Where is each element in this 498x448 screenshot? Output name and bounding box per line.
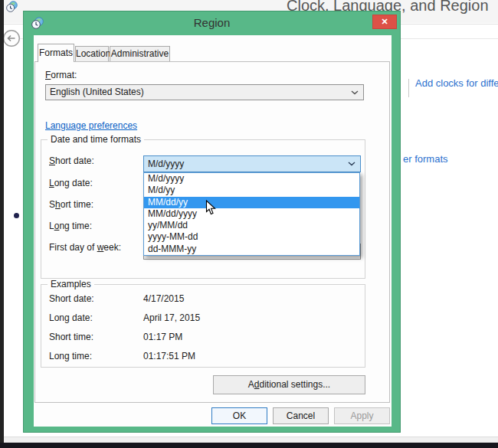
datetime-formats-group: Date and time formats Short date: Long d… xyxy=(41,139,365,279)
background-link-divider xyxy=(408,79,409,97)
example-row: Long time: 01:17:51 PM xyxy=(41,351,365,370)
dropdown-option[interactable]: MM/dd/yy xyxy=(144,197,359,208)
tab-administrative[interactable]: Administrative xyxy=(110,46,170,61)
short-date-label: Short date: xyxy=(49,155,94,166)
example-value: 01:17 PM xyxy=(143,332,182,342)
ok-button[interactable]: OK xyxy=(211,407,267,424)
examples-rows: Short date: 4/17/2015 Long date: April 1… xyxy=(41,285,365,370)
dropdown-option[interactable]: yy/MM/dd xyxy=(144,220,359,231)
tab-location[interactable]: Location xyxy=(75,46,109,61)
chevron-down-icon xyxy=(348,162,355,166)
dropdown-option[interactable]: M/d/yy xyxy=(144,185,359,196)
example-row: Long date: April 17, 2015 xyxy=(41,312,365,332)
close-icon: ✕ xyxy=(381,17,388,26)
format-value: English (United States) xyxy=(50,87,144,97)
example-label: Long time: xyxy=(49,351,92,361)
language-preferences-link[interactable]: Language preferences xyxy=(45,120,137,131)
mouse-cursor-icon xyxy=(205,200,216,215)
example-value: 4/17/2015 xyxy=(143,293,184,304)
number-formats-link[interactable]: er formats xyxy=(403,153,448,165)
background-status-strip xyxy=(4,437,498,443)
region-icon xyxy=(6,1,18,12)
short-date-dropdown-list: M/d/yyyyM/d/yyMM/dd/yyMM/dd/yyyyyy/MM/dd… xyxy=(143,172,360,256)
examples-group: Examples Short date: 4/17/2015 Long date… xyxy=(41,284,365,368)
first-day-of-week-label: First day of week: xyxy=(49,242,121,253)
list-bullet xyxy=(14,213,19,218)
background-bottom-bar xyxy=(0,443,498,448)
add-clocks-link[interactable]: Add clocks for differ xyxy=(415,77,498,89)
dropdown-option[interactable]: M/d/yyyy xyxy=(144,173,359,185)
additional-settings-button[interactable]: Additional settings... xyxy=(213,375,365,394)
dialog-title: Region xyxy=(24,16,400,29)
close-button[interactable]: ✕ xyxy=(372,15,397,29)
long-date-label: Long date: xyxy=(49,178,93,188)
short-date-value: M/d/yyyy xyxy=(148,159,184,169)
format-combobox[interactable]: English (United States) xyxy=(45,84,364,100)
example-value: 01:17:51 PM xyxy=(143,351,195,361)
example-label: Short time: xyxy=(49,332,93,342)
dropdown-option[interactable]: dd-MMM-yy xyxy=(144,244,359,255)
chevron-down-icon xyxy=(351,90,359,95)
dropdown-option[interactable]: yyyy-MM-dd xyxy=(144,231,359,243)
dropdown-option[interactable]: MM/dd/yyyy xyxy=(144,208,359,220)
format-label: Format: xyxy=(45,70,77,80)
datetime-formats-legend: Date and time formats xyxy=(48,134,144,145)
back-icon[interactable] xyxy=(2,29,21,47)
dialog-titlebar: Region ✕ xyxy=(24,11,400,35)
example-label: Short date: xyxy=(49,293,94,304)
example-label: Long date: xyxy=(49,312,93,323)
tab-formats[interactable]: Formats xyxy=(38,44,74,62)
apply-button[interactable]: Apply xyxy=(334,407,390,424)
example-value: April 17, 2015 xyxy=(143,312,200,323)
cancel-button[interactable]: Cancel xyxy=(273,407,329,424)
short-date-combobox[interactable]: M/d/yyyy xyxy=(143,155,361,172)
dialog-body: Formats Location Administrative Format: … xyxy=(34,35,392,427)
example-row: Short time: 01:17 PM xyxy=(41,332,365,351)
example-row: Short date: 4/17/2015 xyxy=(41,293,365,312)
short-time-label: Short time: xyxy=(49,199,93,210)
background-dark-edge xyxy=(0,0,4,443)
long-time-label: Long time: xyxy=(49,221,92,231)
region-dialog: Region ✕ Formats Location Administrative… xyxy=(23,11,401,433)
